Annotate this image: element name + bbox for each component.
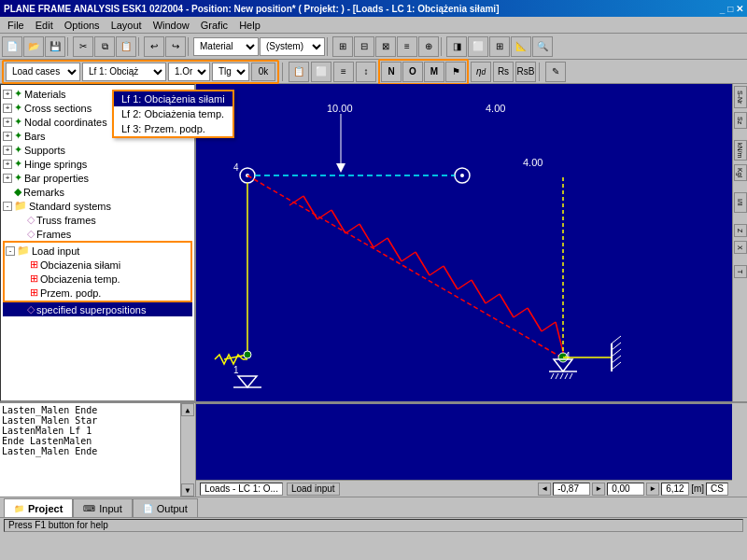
paste-btn[interactable]: 📋: [116, 36, 136, 57]
expand-loadinput[interactable]: -: [6, 246, 15, 256]
y-arrow-btn[interactable]: ►: [646, 483, 659, 496]
open-btn[interactable]: 📂: [23, 36, 44, 57]
tb-btn7[interactable]: ⊠: [375, 36, 396, 57]
tree-obciazenia2[interactable]: ⊞ Obciazenia temp.: [6, 272, 190, 286]
right-btn-t[interactable]: T: [734, 265, 747, 278]
menu-help[interactable]: Help: [233, 17, 266, 33]
svg-line-18: [430, 266, 444, 275]
rs-btn[interactable]: Rs: [493, 62, 514, 82]
menu-grafic[interactable]: Grafic: [195, 17, 233, 33]
lf1-select[interactable]: Lf 1: Obciąż: [82, 63, 166, 81]
ord-select[interactable]: 1.Ord.: [168, 63, 210, 81]
eta-btn[interactable]: ηd: [471, 62, 491, 82]
tb2-btn5[interactable]: ✎: [545, 62, 566, 82]
right-btn-snr[interactable]: S-Nr: [734, 86, 747, 108]
expand-materials[interactable]: +: [3, 90, 12, 99]
right-btn-x[interactable]: X: [734, 241, 747, 254]
load-cases-select[interactable]: Load cases: [6, 63, 80, 81]
tree-przem[interactable]: ⊞ Przem. podp.: [6, 286, 190, 300]
tree-materials-label: Materials: [24, 89, 66, 100]
minimize-btn[interactable]: _: [720, 4, 726, 14]
dropdown-lf1-label: Lf 1: Obciążenia siłami: [121, 93, 225, 105]
x-right-btn[interactable]: ►: [592, 483, 605, 496]
tree-supports[interactable]: + ✦ Supports: [3, 143, 192, 157]
tb-btn13[interactable]: 📐: [511, 36, 531, 57]
cs-display: CS: [706, 483, 728, 496]
right-btn-kgl[interactable]: Kgl: [734, 164, 747, 181]
tree-superpositions[interactable]: ◇ specified superpositions: [3, 302, 192, 316]
right-btn-sz[interactable]: Sz: [734, 112, 747, 129]
expand-supports[interactable]: +: [3, 146, 12, 155]
close-btn[interactable]: ✕: [736, 4, 743, 14]
right-btn-kn[interactable]: kN/m: [734, 140, 747, 161]
tb-btn14[interactable]: 🔍: [532, 36, 553, 57]
tab-project[interactable]: 📁 Project: [4, 498, 73, 517]
tb2-btn3[interactable]: ≡: [333, 62, 354, 82]
tree-loadinput[interactable]: - 📁 Load input: [6, 244, 190, 258]
dropdown-lf3-item[interactable]: Lf 3: Przem. podp.: [114, 121, 233, 136]
copy-btn[interactable]: ⧉: [94, 36, 115, 57]
tb-btn11[interactable]: ⬜: [468, 36, 488, 57]
tlg-select[interactable]: Tlg 4: [212, 63, 249, 81]
right-btn-z[interactable]: Z: [734, 224, 747, 237]
canvas-bottom-bar: Loads - LC 1: O... Load input ◄ -0,87 ► …: [196, 480, 732, 497]
menu-window[interactable]: Window: [148, 17, 195, 33]
scroll-down-btn[interactable]: ▼: [181, 483, 194, 497]
tree-superpositions-label: specified superpositions: [36, 304, 146, 315]
tb-btn8[interactable]: ≡: [397, 36, 417, 57]
expand-standard[interactable]: -: [3, 202, 12, 211]
tb2-btn1[interactable]: 📋: [289, 62, 309, 82]
expand-nodal[interactable]: +: [3, 118, 12, 127]
ok-btn[interactable]: 0k: [251, 63, 275, 81]
rsb-btn[interactable]: RsB: [515, 62, 536, 82]
tree-frames[interactable]: ◇ Frames: [3, 227, 192, 241]
undo-btn[interactable]: ↩: [144, 36, 164, 57]
tab-input[interactable]: ⌨ Input: [73, 498, 132, 517]
tb-btn9[interactable]: ⊕: [418, 36, 439, 57]
m-btn[interactable]: M: [424, 62, 444, 82]
x-left-btn[interactable]: ◄: [538, 483, 551, 496]
right-btn-iii[interactable]: I/II: [734, 192, 747, 213]
tb-btn5[interactable]: ⊞: [332, 36, 353, 57]
tree-supports-label: Supports: [24, 145, 65, 156]
input-icon: ⌨: [83, 504, 95, 513]
flag-btn[interactable]: ⚑: [445, 62, 466, 82]
maximize-btn[interactable]: □: [727, 4, 733, 14]
svg-line-49: [612, 362, 621, 370]
expand-barprop[interactable]: +: [3, 174, 12, 183]
tb-btn12[interactable]: ⊞: [489, 36, 510, 57]
tree-standard[interactable]: - 📁 Standard systems: [3, 199, 192, 213]
tb2-btn4[interactable]: ↕: [356, 62, 376, 82]
tree-obciazenia1[interactable]: ⊞ Obciazenia siłami: [6, 258, 190, 272]
tb2-btn2[interactable]: ⬜: [311, 62, 331, 82]
tree-truss[interactable]: ◇ Truss frames: [3, 213, 192, 227]
dropdown-lf1-item[interactable]: Lf 1: Obciążenia siłami: [114, 91, 233, 106]
tab-input-label: Input: [99, 503, 121, 514]
tb-btn10[interactable]: ◨: [446, 36, 467, 57]
scroll-up-btn[interactable]: ▲: [181, 403, 194, 416]
menu-layout[interactable]: Layout: [106, 17, 148, 33]
new-btn[interactable]: 📄: [2, 36, 22, 57]
log-line-4: Lasten_Malen Ende: [2, 446, 193, 456]
expand-hinge[interactable]: +: [3, 160, 12, 169]
cut-btn[interactable]: ✂: [73, 36, 93, 57]
redo-btn[interactable]: ↪: [165, 36, 186, 57]
load-input-btn[interactable]: Load input: [287, 483, 340, 496]
save-btn[interactable]: 💾: [45, 36, 65, 57]
menu-options[interactable]: Options: [59, 17, 106, 33]
n-btn[interactable]: N: [381, 62, 402, 82]
svg-line-47: [612, 349, 621, 357]
expand-bars[interactable]: +: [3, 132, 12, 141]
o-btn[interactable]: O: [402, 62, 423, 82]
tree-remarks[interactable]: ◆ Remarks: [3, 185, 192, 199]
tab-output[interactable]: 📄 Output: [133, 498, 198, 517]
tree-hinge[interactable]: + ✦ Hinge springs: [3, 157, 192, 171]
menu-edit[interactable]: Edit: [30, 17, 59, 33]
material-select[interactable]: Material: [193, 37, 259, 56]
tree-barprop[interactable]: + ✦ Bar properties: [3, 171, 192, 185]
menu-file[interactable]: File: [2, 17, 30, 33]
dropdown-lf2-item[interactable]: Lf 2: Obciażenia temp.: [114, 106, 233, 121]
system-select[interactable]: (System): [260, 37, 325, 56]
tb-btn6[interactable]: ⊟: [354, 36, 374, 57]
expand-crosssections[interactable]: +: [3, 104, 12, 113]
